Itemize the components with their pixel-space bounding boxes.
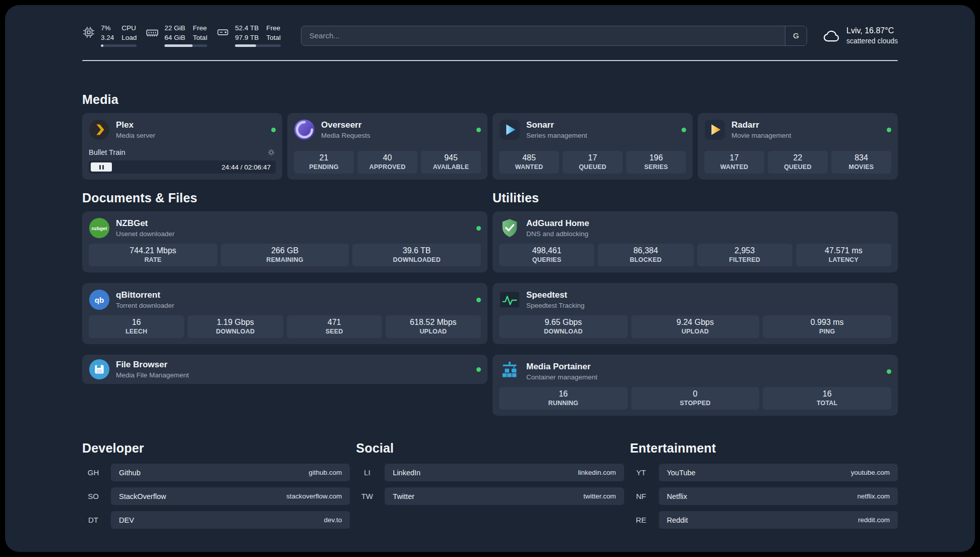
search-bar: G — [301, 26, 807, 46]
filebrowser-icon — [89, 359, 110, 380]
app-subtitle: Media File Management — [116, 371, 470, 379]
disk-label-bottom: Total — [266, 34, 281, 42]
pause-icon[interactable] — [91, 162, 112, 172]
stat-queued: 22 QUEUED — [768, 151, 828, 174]
cpu-load: 3.24 — [101, 34, 114, 42]
app-name: AdGuard Home — [526, 218, 891, 229]
app-card-nzbget[interactable]: nzbget NZBGet Usenet downloader 744.21 M… — [82, 211, 487, 272]
section-title-documents: Documents & Files — [82, 191, 487, 205]
app-card-sonarr[interactable]: Sonarr Series management 485 WANTED 17 Q… — [493, 113, 693, 180]
ram-widget: 22 GiB 64 GiB Free Total — [146, 24, 207, 47]
topbar-divider — [82, 60, 898, 61]
section-documents: Documents & Files nzbget NZBGet Usenet d… — [82, 191, 487, 384]
bookmark-link-stackoverflow[interactable]: StackOverflow stackoverflow.com — [111, 487, 350, 505]
app-subtitle: DNS and adblocking — [526, 230, 891, 238]
app-subtitle: Speedtest Tracking — [526, 302, 891, 309]
cpu-label-bottom: Load — [121, 34, 137, 42]
section-title-developer: Developer — [82, 441, 350, 456]
weather-location-temp: Lviv, 16.87°C — [846, 26, 898, 35]
bookmark-link-dev[interactable]: DEV dev.to — [111, 511, 350, 529]
section-utilities: Utilities AdGuard Home DNS and adblockin… — [493, 191, 898, 416]
app-subtitle: Series management — [526, 132, 676, 139]
app-card-plex[interactable]: Plex Media server Bullet Train 24:44 / — [82, 113, 282, 180]
stat-stopped: 0 STOPPED — [631, 387, 760, 410]
cpu-label-top: CPU — [121, 24, 137, 32]
bookmark-link-github[interactable]: Github github.com — [111, 464, 350, 481]
status-indicator — [887, 369, 891, 374]
bookmark-link-twitter[interactable]: Twitter twitter.com — [385, 487, 624, 505]
stat-download: 9.65 Gbps DOWNLOAD — [499, 315, 628, 338]
stat-upload: 618.52 Mbps UPLOAD — [386, 315, 481, 338]
disk-usage-bar — [235, 44, 281, 47]
bookmark-group-social: Social LI LinkedIn linkedin.com TW Twitt… — [356, 441, 624, 529]
playback-time: 24:44 / 02:06:47 — [221, 163, 271, 171]
app-name: NZBGet — [116, 218, 470, 229]
bookmark-link-netflix[interactable]: Netflix netflix.com — [659, 487, 898, 505]
plex-icon — [89, 119, 110, 140]
section-title-utilities: Utilities — [493, 191, 898, 205]
app-card-qbittorrent[interactable]: qb qBittorrent Torrent downloader 16 LEE… — [82, 283, 487, 344]
stat-queued: 17 QUEUED — [563, 151, 623, 174]
stat-ping: 0.993 ms PING — [763, 315, 891, 338]
stat-wanted: 17 WANTED — [704, 151, 764, 174]
bookmark-tag: YT — [630, 468, 652, 477]
bookmark-row: DT DEV dev.to — [82, 511, 350, 529]
bookmark-link-youtube[interactable]: YouTube youtube.com — [659, 464, 898, 481]
app-name: Overseerr — [321, 120, 470, 130]
stat-queries: 498,461 QUERIES — [499, 244, 594, 266]
app-name: qBittorrent — [116, 290, 470, 300]
stat-total: 16 TOTAL — [763, 387, 891, 410]
stat-wanted: 485 WANTED — [499, 151, 559, 174]
cpu-usage-bar — [101, 44, 137, 47]
svg-text:qb: qb — [95, 296, 104, 304]
nzbget-icon: nzbget — [89, 217, 110, 239]
app-card-overseerr[interactable]: Overseerr Media Requests 21 PENDING 40 A… — [287, 113, 487, 180]
status-indicator — [271, 128, 276, 132]
portainer-icon — [499, 361, 520, 382]
sonarr-icon — [499, 119, 520, 140]
overseerr-icon — [294, 119, 315, 140]
app-card-adguard[interactable]: AdGuard Home DNS and adblocking 498,461 … — [493, 211, 898, 272]
stat-latency: 47.571 ms LATENCY — [796, 244, 891, 266]
disk-label-top: Free — [266, 24, 281, 32]
stat-approved: 40 APPROVED — [357, 151, 417, 174]
app-name: Sonarr — [526, 120, 676, 130]
disk-icon — [216, 26, 229, 47]
qbittorrent-icon: qb — [89, 289, 110, 310]
cpu-icon — [82, 26, 95, 47]
app-subtitle: Media server — [116, 132, 265, 139]
section-media: Media Plex Media server — [82, 92, 898, 180]
bookmark-row: SO StackOverflow stackoverflow.com — [82, 487, 350, 505]
stat-download: 1.19 Gbps DOWNLOAD — [188, 315, 283, 338]
stat-running: 16 RUNNING — [499, 387, 628, 410]
ram-label-bottom: Total — [193, 34, 208, 42]
app-card-filebrowser[interactable]: File Browser Media File Management — [82, 355, 487, 384]
radarr-icon — [704, 119, 725, 140]
bookmark-tag: RE — [630, 516, 652, 524]
app-name: File Browser — [116, 360, 470, 370]
app-card-portainer[interactable]: Media Portainer Container management 16 … — [493, 355, 898, 416]
app-subtitle: Media Requests — [321, 132, 470, 139]
app-card-speedtest[interactable]: Speedtest Speedtest Tracking 9.65 Gbps D… — [493, 283, 898, 344]
bookmark-row: TW Twitter twitter.com — [356, 487, 624, 505]
app-subtitle: Usenet downloader — [116, 230, 470, 238]
speedtest-icon — [499, 289, 520, 310]
status-indicator — [682, 128, 686, 132]
bookmark-row: RE Reddit reddit.com — [630, 511, 898, 529]
gear-icon[interactable] — [267, 148, 276, 157]
app-card-radarr[interactable]: Radarr Movie management 17 WANTED 22 QUE… — [698, 113, 898, 180]
cloud-icon — [822, 27, 840, 45]
weather-widget[interactable]: Lviv, 16.87°C scattered clouds — [822, 26, 898, 45]
now-playing-title: Bullet Train — [89, 148, 126, 156]
ram-free: 22 GiB — [164, 24, 185, 32]
bookmark-tag: DT — [82, 516, 104, 524]
search-input[interactable] — [301, 26, 785, 45]
bookmark-link-linkedin[interactable]: LinkedIn linkedin.com — [385, 464, 624, 481]
stat-series: 196 SERIES — [626, 151, 686, 174]
cpu-widget: 7% 3.24 CPU Load — [82, 24, 137, 47]
app-subtitle: Movie management — [731, 132, 881, 139]
status-indicator — [887, 128, 891, 132]
bookmark-link-reddit[interactable]: Reddit reddit.com — [659, 511, 898, 529]
playback-progress-bar[interactable]: 24:44 / 02:06:47 — [89, 160, 276, 174]
search-engine-button[interactable]: G — [785, 26, 807, 45]
